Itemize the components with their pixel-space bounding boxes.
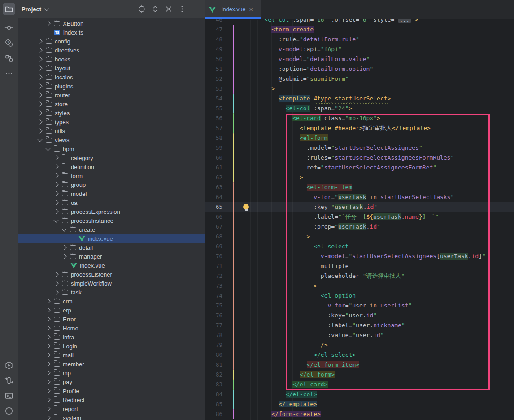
tree-item-styles[interactable]: styles	[18, 108, 205, 117]
tree-item-bpm[interactable]: bpm	[18, 144, 205, 153]
chevron-right-icon[interactable]	[45, 334, 50, 339]
tree-item-pay[interactable]: pay	[18, 377, 205, 386]
tree-item-definition[interactable]: definition	[18, 162, 205, 171]
chevron-right-icon[interactable]	[37, 101, 42, 106]
intention-bulb-icon[interactable]	[243, 204, 249, 210]
code-line-54[interactable]: <template #type-startUserSelect>	[205, 94, 514, 104]
chevron-right-icon[interactable]	[37, 74, 42, 79]
tree-item-mp[interactable]: mp	[18, 368, 205, 377]
chevron-right-icon[interactable]	[37, 83, 42, 88]
chevron-right-icon[interactable]	[61, 245, 66, 250]
tree-item-XButton[interactable]: XButton	[18, 19, 205, 28]
terminal-icon[interactable]	[3, 390, 15, 402]
tree-item-category[interactable]: category	[18, 153, 205, 162]
chevron-right-icon[interactable]	[53, 155, 58, 160]
chevron-right-icon[interactable]	[53, 173, 58, 178]
tree-item-index-ts[interactable]: TSindex.ts	[18, 28, 205, 37]
chevron-down-icon[interactable]	[44, 6, 49, 11]
tree-item-create[interactable]: create	[18, 225, 205, 234]
tab-index-vue[interactable]: index.vue ×	[205, 0, 261, 19]
project-tree[interactable]: XButtonTSindex.tsconfigdirectiveshooksla…	[18, 18, 205, 420]
tree-item-views[interactable]: views	[18, 135, 205, 144]
tree-item-infra[interactable]: infra	[18, 333, 205, 342]
tree-item-processInstance[interactable]: processInstance	[18, 216, 205, 225]
chevron-right-icon[interactable]	[45, 343, 50, 348]
chevron-right-icon[interactable]	[37, 39, 42, 43]
problems-icon[interactable]	[3, 405, 15, 417]
tree-item-hooks[interactable]: hooks	[18, 55, 205, 64]
chevron-right-icon[interactable]	[37, 65, 42, 70]
tree-item-store[interactable]: store	[18, 100, 205, 108]
code-line-51[interactable]: :option="detailForm.option"	[205, 64, 514, 74]
chevron-right-icon[interactable]	[53, 272, 58, 277]
tree-item-config[interactable]: config	[18, 37, 205, 46]
tree-item-Redirect[interactable]: Redirect	[18, 395, 205, 404]
chevron-right-icon[interactable]	[37, 48, 42, 52]
tree-item-directives[interactable]: directives	[18, 46, 205, 55]
chevron-right-icon[interactable]	[45, 325, 50, 330]
tree-item-plugins[interactable]: plugins	[18, 82, 205, 91]
chevron-right-icon[interactable]	[45, 415, 50, 420]
chevron-right-icon[interactable]	[45, 299, 50, 303]
tree-item-group[interactable]: group	[18, 180, 205, 189]
code-line-53[interactable]: >	[205, 84, 514, 94]
more-icon[interactable]	[3, 67, 15, 80]
editor-area[interactable]: 46<el-col :span="16" :offset="6" style="…	[205, 0, 514, 420]
tree-item-index-vue[interactable]: index.vue	[18, 261, 205, 270]
chevron-right-icon[interactable]	[53, 209, 58, 214]
code-line-55[interactable]: <el-col :span="24">	[205, 104, 514, 113]
commit-icon[interactable]	[3, 22, 15, 34]
tree-item-manager[interactable]: manager	[18, 252, 205, 261]
tree-item-locales[interactable]: locales	[18, 73, 205, 82]
tree-item-crm[interactable]: crm	[18, 297, 205, 306]
chevron-right-icon[interactable]	[53, 182, 58, 187]
tree-item-utils[interactable]: utils	[18, 126, 205, 135]
tree-item-index-vue[interactable]: index.vue	[18, 234, 205, 243]
chevron-down-icon[interactable]	[37, 137, 42, 142]
tree-item-form[interactable]: form	[18, 171, 205, 180]
code-line-86[interactable]: </form-create>	[205, 409, 514, 419]
tree-item-processExpression[interactable]: processExpression	[18, 207, 205, 216]
tree-item-task[interactable]: task	[18, 288, 205, 297]
chevron-right-icon[interactable]	[45, 352, 50, 357]
chevron-right-icon[interactable]	[45, 406, 50, 411]
tree-item-Profile[interactable]: Profile	[18, 386, 205, 395]
tree-item-mall[interactable]: mall	[18, 351, 205, 359]
chevron-down-icon[interactable]	[61, 226, 66, 231]
project-toolwindow-button[interactable]	[3, 3, 15, 15]
code-line-50[interactable]: v-model="detailForm.value"	[205, 54, 514, 64]
tree-item-types[interactable]: types	[18, 117, 205, 126]
tree-item-erp[interactable]: erp	[18, 306, 205, 315]
tree-item-oa[interactable]: oa	[18, 198, 205, 207]
structure-icon[interactable]	[3, 52, 15, 65]
chevron-right-icon[interactable]	[45, 21, 50, 26]
chevron-right-icon[interactable]	[37, 119, 42, 124]
pull-requests-icon[interactable]: ?	[3, 37, 15, 49]
tree-item-layout[interactable]: layout	[18, 64, 205, 73]
tree-item-member[interactable]: member	[18, 359, 205, 368]
chevron-down-icon[interactable]	[45, 146, 50, 151]
endpoints-icon[interactable]	[3, 374, 15, 387]
chevron-right-icon[interactable]	[45, 316, 50, 321]
code-line-48[interactable]: :rule="detailForm.rule"	[205, 35, 514, 44]
tree-item-report[interactable]: report	[18, 404, 205, 413]
chevron-right-icon[interactable]	[45, 388, 50, 393]
code-line-85[interactable]: </template>	[205, 399, 514, 409]
tree-item-router[interactable]: router	[18, 91, 205, 100]
more-vertical-icon[interactable]	[178, 4, 187, 13]
panel-title[interactable]: Project	[22, 6, 41, 13]
chevron-right-icon[interactable]	[45, 307, 50, 312]
tree-item-simpleWorkflow[interactable]: simpleWorkflow	[18, 279, 205, 288]
chevron-right-icon[interactable]	[45, 379, 50, 384]
tree-item-Home[interactable]: Home	[18, 324, 205, 333]
close-tab-icon[interactable]: ×	[249, 6, 253, 13]
code-line-47[interactable]: <form-create	[205, 25, 514, 35]
code-line-49[interactable]: v-model:api="fApi"	[205, 44, 514, 54]
chevron-right-icon[interactable]	[37, 128, 42, 133]
tree-item-model[interactable]: model	[18, 189, 205, 198]
locate-icon[interactable]	[137, 4, 146, 13]
chevron-right-icon[interactable]	[53, 191, 58, 196]
code-line-84[interactable]: </el-col>	[205, 390, 514, 399]
chevron-right-icon[interactable]	[53, 164, 58, 169]
code-line-52[interactable]: @submit="submitForm"	[205, 74, 514, 84]
